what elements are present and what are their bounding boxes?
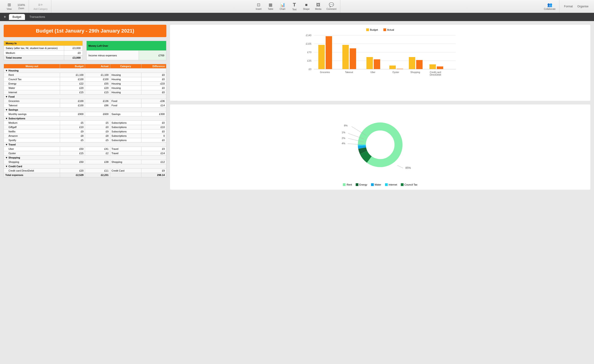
- svg-rect-25: [429, 64, 436, 69]
- view-button[interactable]: ⊞ View: [4, 1, 15, 11]
- table-row: Giffgaff £10 £0 Subscriptions £10: [4, 125, 166, 129]
- budget-value: £9: [60, 129, 85, 134]
- total-category-empty: [110, 173, 141, 177]
- table-row: Water £20 £20 Housing £0: [4, 86, 166, 90]
- add-tab-button[interactable]: +: [2, 15, 8, 20]
- col-actual: Actual: [85, 64, 110, 68]
- add-category-group: ≡+ Add Category: [30, 0, 51, 13]
- zoom-value: 104%: [17, 3, 25, 7]
- category-name: ▼ Credit Card: [4, 164, 166, 169]
- energy-swatch: [356, 183, 358, 186]
- table-row: Monthly savings £900 £600 Savings £300: [4, 112, 166, 116]
- legend-water-label: Water: [375, 183, 381, 186]
- comment-button[interactable]: 💬 Comment: [325, 1, 338, 11]
- collaborate-button[interactable]: 👥 Collaborate: [542, 1, 557, 11]
- expenses-table: Money out Budget Actual Category Differe…: [4, 64, 166, 177]
- svg-rect-17: [374, 59, 380, 69]
- bar-chart-svg: £140 £105 £70 £35 £0 Groceries: [174, 33, 587, 93]
- category-row: ▼ Food: [4, 95, 166, 99]
- diff-value: £12: [141, 160, 166, 164]
- organise-button[interactable]: Organise: [575, 4, 590, 9]
- legend-energy-label: Energy: [359, 183, 367, 186]
- medium-income-label: Medium: [4, 51, 64, 55]
- table-row: Groceries £100 £136 Food -£36: [4, 99, 166, 103]
- organise-label: Organise: [577, 5, 588, 8]
- collaborate-group: 👥 Collaborate: [540, 0, 559, 13]
- salary-value: £3,000: [64, 46, 83, 51]
- category-value: Housing: [110, 86, 141, 90]
- comment-label: Comment: [327, 8, 337, 10]
- category-value: Housing: [110, 90, 141, 95]
- legend-council-tax: Council Tax: [401, 183, 418, 186]
- category-row: ▼ Shopping: [4, 156, 166, 160]
- format-organise-group: Format Organise: [560, 0, 592, 13]
- table-row: Medium £5 £5 Subscriptions £0: [4, 121, 166, 125]
- legend-budget: Budget: [366, 28, 378, 31]
- diff-value: £0: [141, 77, 166, 82]
- item-label: Giffgaff: [4, 125, 60, 129]
- diff-value: £300: [141, 112, 166, 116]
- zoom-label: Zoom: [18, 7, 24, 10]
- legend-actual-label: Actual: [387, 28, 394, 31]
- tab-transactions[interactable]: Transactions: [26, 14, 49, 20]
- diff-value: 0: [141, 134, 166, 138]
- media-label: Media: [315, 8, 321, 10]
- zoom-button[interactable]: 104% Zoom: [16, 2, 27, 11]
- diff-value: £0: [141, 90, 166, 95]
- insert-label: Insert: [256, 8, 262, 10]
- budget-value: £50: [60, 147, 85, 151]
- table-button[interactable]: ▦ Table: [265, 1, 276, 11]
- bar-chart-container: Budget Actual £140 £105 £70: [170, 25, 590, 101]
- diff-value: -£36: [141, 99, 166, 103]
- category-value: Travel: [110, 151, 141, 156]
- council-tax-swatch: [401, 183, 404, 186]
- add-category-button[interactable]: ≡+ Add Category: [32, 2, 49, 11]
- salary-label: Salary (after tax, NI, student loan & pe…: [4, 46, 64, 51]
- budget-value: £5: [60, 138, 85, 142]
- diff-value: £10: [141, 125, 166, 129]
- category-row: ▼ Savings: [4, 108, 166, 112]
- svg-rect-13: [342, 45, 349, 69]
- actual-value: £38: [85, 160, 110, 164]
- category-value: Housing: [110, 82, 141, 86]
- svg-text:Shopping: Shopping: [411, 71, 420, 73]
- shape-label: Shape: [303, 8, 310, 10]
- diff-value: £14: [141, 103, 166, 108]
- text-label: Text: [292, 8, 296, 11]
- category-value: Housing: [110, 77, 141, 82]
- income-minus-expenses-label: Income minus expenses: [87, 51, 139, 60]
- rent-swatch: [343, 183, 346, 186]
- media-icon: 🖼: [316, 2, 320, 7]
- svg-text:Takeout: Takeout: [345, 71, 353, 73]
- budget-value: £20: [60, 169, 85, 173]
- text-button[interactable]: T Text: [289, 1, 300, 12]
- category-name: ▼ Food: [4, 95, 166, 99]
- svg-text:Oyster: Oyster: [392, 71, 399, 73]
- category-value: Travel: [110, 147, 141, 151]
- tab-budget[interactable]: Budget: [9, 14, 25, 20]
- budget-value: £15: [60, 151, 85, 156]
- item-label: Medium: [4, 121, 60, 125]
- item-label: Spotify: [4, 138, 60, 142]
- format-button[interactable]: Format: [562, 4, 574, 9]
- main-content: Budget (1st January - 29th January 2021)…: [0, 21, 594, 364]
- category-name: ▼ Shopping: [4, 156, 166, 160]
- medium-income-value: £0: [64, 51, 83, 55]
- media-button[interactable]: 🖼 Media: [313, 2, 324, 11]
- col-category: Category: [110, 64, 141, 68]
- budget-value: £20: [60, 86, 85, 90]
- right-panel: Budget Actual £140 £105 £70: [170, 25, 590, 360]
- insert-button[interactable]: ⊡ Insert: [253, 1, 264, 11]
- svg-rect-16: [366, 57, 373, 69]
- svg-text:4%: 4%: [342, 142, 345, 145]
- actual-value: £11: [85, 169, 110, 173]
- chart-button[interactable]: 📊 Chart: [277, 1, 288, 11]
- category-name: ▼ Housing: [4, 68, 166, 73]
- actual-swatch: [383, 28, 386, 31]
- category-name: ▼ Travel: [4, 142, 166, 147]
- legend-rent: Rent: [343, 183, 352, 186]
- shape-button[interactable]: ■ Shape: [301, 2, 312, 11]
- total-diff-value: 298.14: [141, 173, 166, 177]
- actual-value: £136: [85, 99, 110, 103]
- diff-value: £14: [141, 151, 166, 156]
